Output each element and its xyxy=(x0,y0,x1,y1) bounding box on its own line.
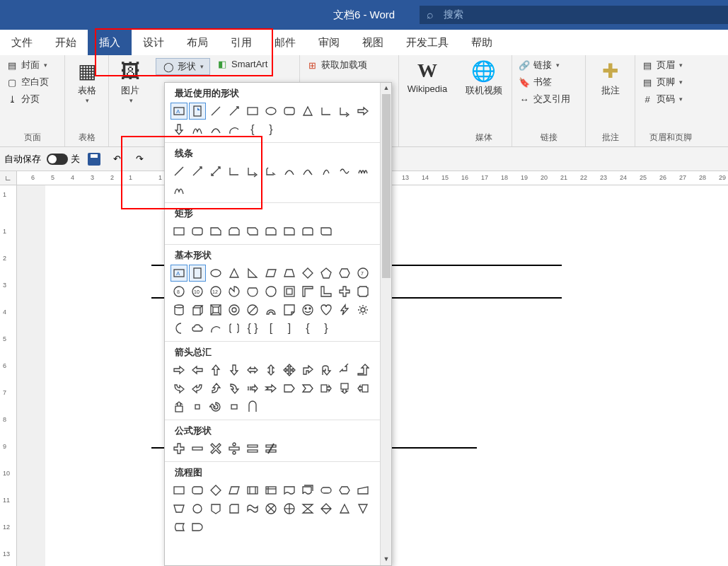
shape-flow-prep[interactable] xyxy=(336,482,353,499)
shape-equals-eq[interactable] xyxy=(244,440,261,457)
shape-flow-predef[interactable] xyxy=(244,482,261,499)
shape-arrow-left[interactable] xyxy=(189,362,206,379)
page-break-button[interactable]: ⤓分页 xyxy=(4,92,60,106)
shape-snip-single[interactable] xyxy=(207,223,224,240)
link-button[interactable]: 🔗链接▾ xyxy=(516,58,581,72)
shape-flow-multidoc[interactable] xyxy=(299,482,316,499)
shape-pentagon[interactable] xyxy=(318,265,335,282)
shape-arrow-up-callout[interactable] xyxy=(171,398,187,415)
shape-elbow-double[interactable] xyxy=(262,163,279,180)
shape-arrow-lr-callout[interactable] xyxy=(226,398,243,415)
pagenum-button[interactable]: #页码▾ xyxy=(640,92,702,106)
shape-flow-process[interactable] xyxy=(171,482,187,499)
tab-references[interactable]: 引用 xyxy=(219,30,263,55)
shape-donut[interactable] xyxy=(226,301,243,318)
pictures-button[interactable]: 🖼 图片 ▾ xyxy=(113,58,147,105)
shape-multiply-eq[interactable] xyxy=(207,440,224,457)
shape-heart[interactable] xyxy=(318,301,335,318)
shape-curve[interactable] xyxy=(207,121,224,138)
shape-flow-alt-process[interactable] xyxy=(189,482,206,499)
shape-arrow-down-callout[interactable] xyxy=(336,380,353,397)
shape-parallelogram[interactable] xyxy=(262,265,279,282)
shape-snip-diag[interactable] xyxy=(244,223,261,240)
shape-chord[interactable] xyxy=(244,283,261,300)
shape-arrow-u-rounded[interactable] xyxy=(244,398,261,415)
shape-left-bracket[interactable]: [ xyxy=(262,320,279,337)
shape-block-arc[interactable] xyxy=(262,301,279,318)
shape-flow-tape[interactable] xyxy=(244,500,261,517)
shape-rounded-rect[interactable] xyxy=(281,103,298,120)
shape-flow-manual-op[interactable] xyxy=(171,500,187,517)
shape-left-brace[interactable]: { xyxy=(299,320,316,337)
shape-oval[interactable] xyxy=(262,103,279,120)
shape-divide-eq[interactable] xyxy=(226,440,243,457)
shape-tri-iso[interactable] xyxy=(226,265,243,282)
shape-l-shape[interactable] xyxy=(318,283,335,300)
shape-rect[interactable] xyxy=(171,223,187,240)
tab-file[interactable]: 文件 xyxy=(0,30,44,55)
shape-arrow-right-callout[interactable] xyxy=(318,380,335,397)
shape-bevel[interactable] xyxy=(207,301,224,318)
shape-flow-or[interactable] xyxy=(281,500,298,517)
shape-flow-stored-data[interactable] xyxy=(171,519,187,536)
shape-folded-corner[interactable] xyxy=(281,301,298,318)
shape-half-frame[interactable] xyxy=(299,283,316,300)
redo-button[interactable]: ↷ xyxy=(131,151,148,168)
shape-minus-eq[interactable] xyxy=(189,440,206,457)
tab-insert[interactable]: 插入 xyxy=(88,30,132,55)
shape-flow-sum[interactable] xyxy=(262,500,279,517)
scroll-down-icon[interactable]: ▼ xyxy=(383,555,390,564)
shape-triangle[interactable] xyxy=(299,103,316,120)
shape-scribble[interactable] xyxy=(171,181,187,198)
shape-curve-connector[interactable] xyxy=(281,163,298,180)
shape-rectangle[interactable] xyxy=(244,103,261,120)
shape-ellipse[interactable] xyxy=(207,265,224,282)
shape-octagon[interactable]: 8 xyxy=(171,283,187,300)
comment-button[interactable]: ✚ 批注 xyxy=(590,58,630,98)
tab-view[interactable]: 视图 xyxy=(351,30,395,55)
shape-double-brace[interactable]: { } xyxy=(244,320,261,337)
bookmark-button[interactable]: 🔖书签 xyxy=(516,75,581,89)
shape-line[interactable] xyxy=(171,163,187,180)
shape-freeform-scribble[interactable] xyxy=(354,163,371,180)
shape-flow-connector[interactable] xyxy=(189,500,206,517)
shape-flow-data[interactable] xyxy=(226,482,243,499)
crossref-button[interactable]: ↔交叉引用 xyxy=(516,92,581,106)
shape-freeform-curve[interactable] xyxy=(336,163,353,180)
shape-arc[interactable] xyxy=(226,121,243,138)
shape-trapezoid[interactable] xyxy=(281,265,298,282)
shape-flow-delay[interactable] xyxy=(189,519,206,536)
shape-arrow-bent-up[interactable] xyxy=(354,362,371,379)
smartart-button[interactable]: ◧ SmartArt xyxy=(214,58,269,70)
tab-help[interactable]: 帮助 xyxy=(460,30,504,55)
shape-flow-internal[interactable] xyxy=(262,482,279,499)
get-addins-button[interactable]: ⊞获取加载项 xyxy=(304,58,394,72)
shape-moon[interactable] xyxy=(171,320,187,337)
shape-line-arrow[interactable] xyxy=(189,163,206,180)
shape-arrow-up[interactable] xyxy=(207,362,224,379)
shape-curve-arrow[interactable] xyxy=(299,163,316,180)
shape-arrow-curved-up[interactable] xyxy=(207,380,224,397)
shape-vertical-textbox[interactable] xyxy=(189,103,206,120)
shape-diamond[interactable] xyxy=(299,265,316,282)
shape-connector-elbow[interactable] xyxy=(318,103,335,120)
shape-arrow-left-callout[interactable] xyxy=(354,380,371,397)
shape-line[interactable] xyxy=(207,103,224,120)
save-button[interactable] xyxy=(86,151,103,168)
shape-arc-basic[interactable] xyxy=(207,320,224,337)
tab-review[interactable]: 审阅 xyxy=(307,30,351,55)
shape-freeform[interactable] xyxy=(189,121,206,138)
shape-arrow-notched[interactable] xyxy=(262,380,279,397)
shape-teardrop[interactable] xyxy=(262,283,279,300)
shape-sun[interactable] xyxy=(354,301,371,318)
shape-arrow-leftup[interactable] xyxy=(336,362,353,379)
search-box[interactable]: ⌕ 搜索 xyxy=(420,6,728,24)
footer-button[interactable]: ▤页脚▾ xyxy=(640,75,702,89)
shape-arrow-curved-left[interactable] xyxy=(189,380,206,397)
autosave-toggle[interactable]: 关 xyxy=(47,153,80,166)
shape-lightning[interactable] xyxy=(336,301,353,318)
shape-frame[interactable] xyxy=(281,283,298,300)
shape-textbox-h[interactable]: A xyxy=(171,265,187,282)
shape-elbow-arrow[interactable] xyxy=(244,163,261,180)
shape-textbox[interactable]: A xyxy=(171,103,187,120)
